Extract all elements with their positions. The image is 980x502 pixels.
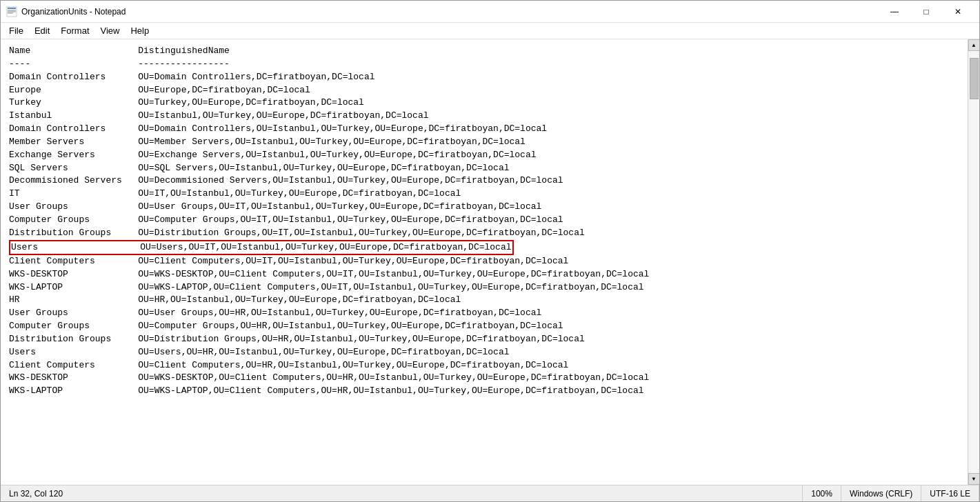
- title-bar: OrganizationUnits - Notepad — □ ✕: [1, 1, 979, 23]
- status-zoom: 100%: [803, 485, 841, 501]
- text-line: Computer Groups OU=Computer Groups,OU=HR…: [9, 320, 959, 333]
- text-line: SQL Servers OU=SQL Servers,OU=Istanbul,O…: [9, 162, 959, 175]
- scrollbar-vertical[interactable]: ▲ ▼: [968, 39, 979, 485]
- menu-file[interactable]: File: [3, 24, 29, 37]
- text-line: WKS-LAPTOP OU=WKS-LAPTOP,OU=Client Compu…: [9, 385, 959, 398]
- text-line: Name DistinguishedName: [9, 45, 959, 58]
- scroll-thumb[interactable]: [970, 58, 979, 99]
- highlighted-row: Users OU=Users,OU=IT,OU=Istanbul,OU=Turk…: [9, 240, 514, 255]
- text-line: Client Computers OU=Client Computers,OU=…: [9, 255, 959, 268]
- text-line: User Groups OU=User Groups,OU=IT,OU=Ista…: [9, 201, 959, 214]
- scroll-down-button[interactable]: ▼: [968, 473, 980, 485]
- status-encoding: UTF-16 LE: [921, 485, 979, 501]
- text-line: User Groups OU=User Groups,OU=HR,OU=Ista…: [9, 307, 959, 320]
- text-line: Member Servers OU=Member Servers,OU=Ista…: [9, 136, 959, 149]
- text-line: Istanbul OU=Istanbul,OU=Turkey,OU=Europe…: [9, 110, 959, 123]
- text-line: Domain Controllers OU=Domain Controllers…: [9, 123, 959, 136]
- text-line: IT OU=IT,OU=Istanbul,OU=Turkey,OU=Europe…: [9, 188, 959, 201]
- app-icon: [6, 6, 17, 17]
- text-line: ---- -----------------: [9, 58, 959, 71]
- menu-edit[interactable]: Edit: [29, 24, 55, 37]
- scroll-track[interactable]: [968, 51, 979, 473]
- window-controls: — □ ✕: [879, 1, 974, 23]
- menu-format[interactable]: Format: [55, 24, 94, 37]
- text-line: Turkey OU=Turkey,OU=Europe,DC=firatboyan…: [9, 97, 959, 110]
- content-area: Name DistinguishedName---- -------------…: [1, 39, 979, 485]
- text-line: Decommisioned Servers OU=Decommisioned S…: [9, 174, 959, 188]
- status-line-endings: Windows (CRLF): [841, 485, 921, 501]
- text-line: HR OU=HR,OU=Istanbul,OU=Turkey,OU=Europe…: [9, 294, 959, 307]
- text-line: Domain Controllers OU=Domain Controllers…: [9, 71, 959, 84]
- minimize-button[interactable]: —: [879, 1, 910, 23]
- text-line: WKS-LAPTOP OU=WKS-LAPTOP,OU=Client Compu…: [9, 281, 959, 294]
- text-line: Distribution Groups OU=Distribution Grou…: [9, 333, 959, 346]
- menu-help[interactable]: Help: [125, 24, 154, 37]
- text-line: WKS-DESKTOP OU=WKS-DESKTOP,OU=Client Com…: [9, 372, 959, 385]
- window-title: OrganizationUnits - Notepad: [21, 7, 879, 17]
- text-line: Users OU=Users,OU=HR,OU=Istanbul,OU=Turk…: [9, 346, 959, 359]
- text-line: WKS-DESKTOP OU=WKS-DESKTOP,OU=Client Com…: [9, 268, 959, 281]
- menu-bar: File Edit Format View Help: [1, 23, 979, 39]
- status-bar: Ln 32, Col 120 100% Windows (CRLF) UTF-1…: [1, 485, 979, 501]
- text-line: Exchange Servers OU=Exchange Servers,OU=…: [9, 149, 959, 162]
- text-content[interactable]: Name DistinguishedName---- -------------…: [1, 39, 968, 485]
- svg-rect-1: [8, 8, 16, 9]
- text-line: Client Computers OU=Client Computers,OU=…: [9, 359, 959, 372]
- close-button[interactable]: ✕: [942, 1, 974, 23]
- notepad-window: OrganizationUnits - Notepad — □ ✕ File E…: [0, 0, 980, 502]
- scroll-up-button[interactable]: ▲: [968, 39, 980, 51]
- text-line: Europe OU=Europe,DC=firatboyan,DC=local: [9, 84, 959, 97]
- menu-view[interactable]: View: [95, 24, 126, 37]
- text-line: Distribution Groups OU=Distribution Grou…: [9, 227, 959, 240]
- text-line: Computer Groups OU=Computer Groups,OU=IT…: [9, 214, 959, 227]
- text-line: Users OU=Users,OU=IT,OU=Istanbul,OU=Turk…: [9, 240, 959, 255]
- status-position: Ln 32, Col 120: [1, 485, 803, 501]
- maximize-button[interactable]: □: [910, 1, 942, 23]
